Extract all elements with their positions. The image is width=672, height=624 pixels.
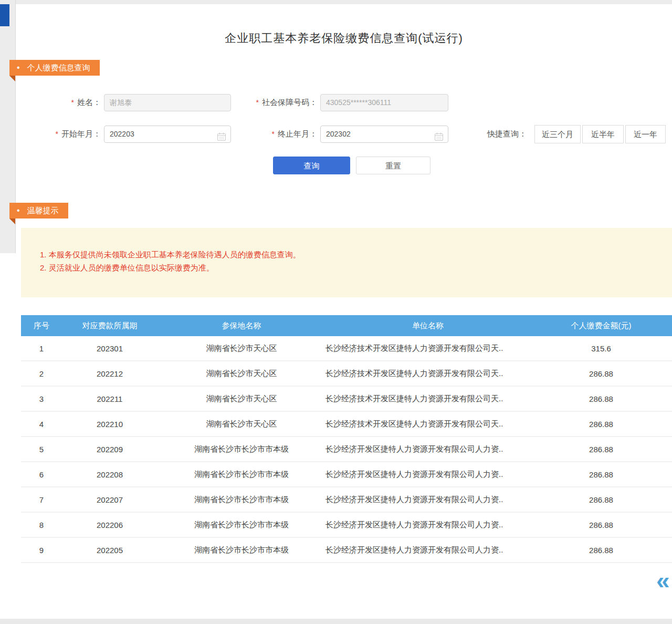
tip-line-2: 2. 灵活就业人员的缴费单位信息以实际缴费为准。 — [40, 261, 662, 274]
header-amount: 个人缴费金额(元) — [530, 315, 672, 336]
cell-seq: 9 — [21, 538, 62, 562]
table-row: 5 202209 湖南省长沙市长沙市市本级 长沙经济开发区捷特人力资源开发有限公… — [21, 437, 672, 462]
name-label: *姓名： — [32, 98, 101, 108]
cell-area: 湖南省长沙市长沙市市本级 — [158, 513, 326, 537]
section-badge-label: 温馨提示 — [27, 206, 59, 215]
quick-btn-last-3-months[interactable]: 近三个月 — [534, 125, 581, 143]
required-mark: * — [272, 130, 275, 138]
collapse-chevron-icon[interactable]: « — [656, 566, 670, 595]
top-strip — [0, 0, 672, 4]
cell-unit: 长沙经济开发区捷特人力资源开发有限公司人力资.. — [326, 487, 530, 512]
ribbon-fold — [9, 76, 15, 81]
cell-area: 湖南省长沙市长沙市市本级 — [158, 538, 326, 562]
page-title: 企业职工基本养老保险缴费信息查询(试运行) — [16, 30, 672, 46]
cell-unit: 长沙经济开发区捷特人力资源开发有限公司人力资.. — [326, 538, 530, 562]
cell-seq: 6 — [21, 462, 62, 486]
section-badge-personal-query: •个人缴费信息查询 — [9, 60, 100, 76]
tip-line-1: 1. 本服务仅提供尚未领取企业职工基本养老保险待遇人员的缴费信息查询。 — [40, 248, 662, 261]
cell-seq: 5 — [21, 437, 62, 461]
bullet-icon: • — [17, 63, 20, 72]
table-row: 7 202207 湖南省长沙市长沙市市本级 长沙经济开发区捷特人力资源开发有限公… — [21, 487, 672, 513]
cell-period: 202211 — [62, 387, 158, 411]
table-row: 9 202205 湖南省长沙市长沙市市本级 长沙经济开发区捷特人力资源开发有限公… — [21, 538, 672, 563]
required-mark: * — [56, 130, 58, 138]
cell-period: 202210 — [62, 412, 158, 436]
table-row: 2 202212 湖南省长沙市天心区 长沙经济技术开发区捷特人力资源开发有限公司… — [21, 361, 672, 387]
cell-unit: 长沙经济技术开发区捷特人力资源开发有限公司天.. — [326, 361, 530, 386]
cell-area: 湖南省长沙市天心区 — [158, 336, 326, 360]
calendar-icon[interactable] — [435, 130, 443, 147]
start-month-label: *开始年月： — [32, 129, 101, 139]
cell-unit: 长沙经济开发区捷特人力资源开发有限公司人力资.. — [326, 513, 530, 537]
cell-seq: 8 — [21, 513, 62, 537]
cell-amount: 286.88 — [530, 437, 672, 461]
header-area: 参保地名称 — [158, 315, 326, 336]
cell-unit: 长沙经济技术开发区捷特人力资源开发有限公司天.. — [326, 387, 530, 411]
start-month-input[interactable]: 202203 — [104, 126, 231, 143]
required-mark: * — [71, 98, 74, 107]
header-seq: 序号 — [21, 315, 62, 336]
required-mark: * — [256, 98, 259, 107]
cell-seq: 1 — [21, 336, 62, 360]
quick-query-label: 快捷查询： — [487, 129, 527, 139]
cell-amount: 286.88 — [530, 538, 672, 562]
name-input[interactable]: 谢旭泰 — [104, 94, 231, 111]
results-table: 序号 对应费款所属期 参保地名称 单位名称 个人缴费金额(元) 1 202301… — [21, 315, 672, 563]
table-row: 4 202210 湖南省长沙市天心区 长沙经济技术开发区捷特人力资源开发有限公司… — [21, 412, 672, 437]
cell-amount: 286.88 — [530, 462, 672, 486]
calendar-icon[interactable] — [217, 130, 226, 147]
cell-seq: 7 — [21, 487, 62, 512]
cell-unit: 长沙经济技术开发区捷特人力资源开发有限公司天.. — [326, 412, 530, 436]
table-row: 6 202208 湖南省长沙市长沙市市本级 长沙经济开发区捷特人力资源开发有限公… — [21, 462, 672, 487]
end-month-input[interactable]: 202302 — [320, 126, 448, 143]
cell-period: 202206 — [62, 513, 158, 537]
cell-period: 202207 — [62, 487, 158, 512]
cell-amount: 286.88 — [530, 487, 672, 512]
cell-amount: 286.88 — [530, 387, 672, 411]
cell-period: 202301 — [62, 336, 158, 360]
cell-unit: 长沙经济技术开发区捷特人力资源开发有限公司天.. — [326, 336, 530, 360]
quick-btn-last-half-year[interactable]: 近半年 — [582, 125, 624, 143]
table-row: 3 202211 湖南省长沙市天心区 长沙经济技术开发区捷特人力资源开发有限公司… — [21, 387, 672, 412]
end-month-label: *终止年月： — [231, 129, 317, 139]
section-badge-tips: •温馨提示 — [9, 203, 68, 219]
bottom-strip — [0, 619, 672, 624]
cell-unit: 长沙经济开发区捷特人力资源开发有限公司人力资.. — [326, 462, 530, 486]
cell-amount: 286.88 — [530, 412, 672, 436]
cell-period: 202205 — [62, 538, 158, 562]
query-button[interactable]: 查询 — [273, 157, 350, 174]
cell-area: 湖南省长沙市长沙市市本级 — [158, 437, 326, 461]
cell-area: 湖南省长沙市长沙市市本级 — [158, 462, 326, 486]
cell-area: 湖南省长沙市天心区 — [158, 361, 326, 386]
cell-area: 湖南省长沙市天心区 — [158, 412, 326, 436]
cell-area: 湖南省长沙市长沙市市本级 — [158, 487, 326, 512]
quick-btn-last-year[interactable]: 近一年 — [625, 125, 666, 143]
tips-box: 1. 本服务仅提供尚未领取企业职工基本养老保险待遇人员的缴费信息查询。 2. 灵… — [21, 228, 672, 297]
cell-period: 202209 — [62, 437, 158, 461]
reset-button[interactable]: 重置 — [356, 157, 430, 174]
bullet-icon: • — [17, 206, 20, 215]
cell-seq: 2 — [21, 361, 62, 386]
cell-seq: 3 — [21, 387, 62, 411]
table-row: 8 202206 湖南省长沙市长沙市市本级 长沙经济开发区捷特人力资源开发有限公… — [21, 513, 672, 538]
header-period: 对应费款所属期 — [62, 315, 158, 336]
ssn-label: *社会保障号码： — [231, 98, 317, 108]
header-unit: 单位名称 — [326, 315, 530, 336]
table-header-row: 序号 对应费款所属期 参保地名称 单位名称 个人缴费金额(元) — [21, 315, 672, 336]
cell-amount: 315.6 — [530, 336, 672, 360]
ribbon-fold — [9, 219, 15, 224]
ssn-input[interactable]: 430525******306111 — [320, 94, 448, 111]
section-badge-label: 个人缴费信息查询 — [27, 63, 90, 72]
table-row: 1 202301 湖南省长沙市天心区 长沙经济技术开发区捷特人力资源开发有限公司… — [21, 336, 672, 361]
cell-amount: 286.88 — [530, 513, 672, 537]
cell-amount: 286.88 — [530, 361, 672, 386]
cell-seq: 4 — [21, 412, 62, 436]
cell-unit: 长沙经济开发区捷特人力资源开发有限公司人力资.. — [326, 437, 530, 461]
cell-period: 202208 — [62, 462, 158, 486]
cell-area: 湖南省长沙市天心区 — [158, 387, 326, 411]
corner-accent — [0, 4, 9, 26]
cell-period: 202212 — [62, 361, 158, 386]
